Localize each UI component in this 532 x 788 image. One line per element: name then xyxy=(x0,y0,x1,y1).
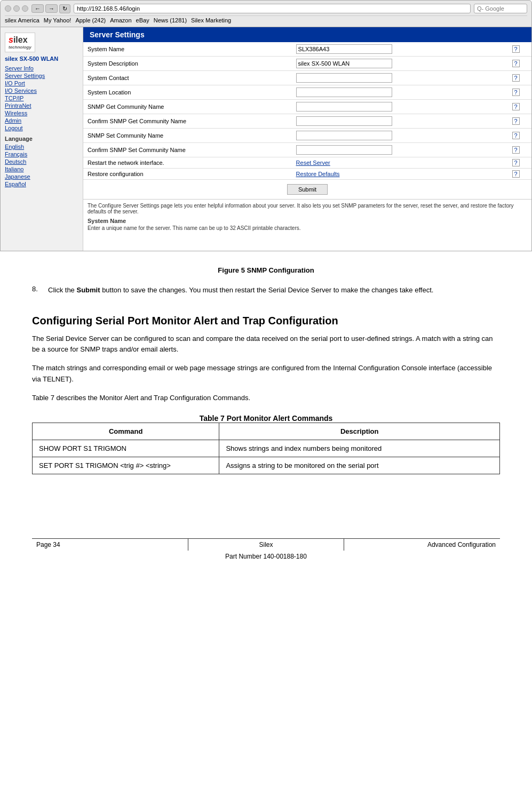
reset-server-link[interactable]: Reset Server xyxy=(296,160,330,166)
close-btn[interactable] xyxy=(5,5,11,12)
submit-button[interactable]: Submit xyxy=(287,184,328,195)
field-label: System Name xyxy=(83,42,292,57)
step-text: Click the Submit button to save the chan… xyxy=(48,285,433,296)
table-row: SHOW PORT S1 TRIGMON Shows strings and i… xyxy=(33,440,500,457)
info-field-title: System Name xyxy=(88,218,527,224)
description-cell-2: Assigns a string to be monitored on the … xyxy=(219,457,500,474)
field-input-cell xyxy=(292,71,501,85)
system-contact-input[interactable] xyxy=(296,73,392,83)
help-link-3[interactable]: ? xyxy=(512,89,520,96)
page-footer: Page 34 Silex Advanced Configuration xyxy=(32,538,500,551)
bookmark-silex-marketing[interactable]: Silex Marketing xyxy=(191,17,231,23)
table-row: Confirm SNMP Set Community Name ? xyxy=(83,143,531,157)
help-cell: ? xyxy=(500,42,531,57)
address-bar[interactable] xyxy=(74,4,471,13)
browser-window-controls xyxy=(5,5,28,12)
info-main-text: The Configure Server Settings page lets … xyxy=(88,203,527,214)
section-heading: Configuring Serial Port Monitor Alert an… xyxy=(32,315,500,327)
help-link-1[interactable]: ? xyxy=(512,60,520,67)
col-header-description: Description xyxy=(219,423,500,440)
field-input-cell xyxy=(292,42,501,57)
sidebar-link-server-settings[interactable]: Server Settings xyxy=(5,73,78,79)
col-header-command: Command xyxy=(33,423,219,440)
logo-s-letter: s xyxy=(9,35,13,44)
sidebar-logo: silex technology xyxy=(5,33,78,52)
sidebar-lang-deutsch[interactable]: Deutsch xyxy=(5,158,78,165)
sidebar-link-admin[interactable]: Admin xyxy=(5,117,78,124)
system-location-input[interactable] xyxy=(296,87,392,97)
sidebar-link-io-port[interactable]: I/O Port xyxy=(5,80,78,86)
sidebar-link-io-services[interactable]: I/O Services xyxy=(5,87,78,94)
maximize-btn[interactable] xyxy=(22,5,28,12)
search-bar[interactable] xyxy=(474,4,527,13)
help-link-5[interactable]: ? xyxy=(512,117,520,125)
bookmark-amazon[interactable]: Amazon xyxy=(110,17,131,23)
system-name-input[interactable] xyxy=(296,44,392,54)
snmp-set-community-input[interactable] xyxy=(296,131,392,140)
command-cell-1: SHOW PORT S1 TRIGMON xyxy=(33,440,219,457)
confirm-snmp-set-community-input[interactable] xyxy=(296,145,392,155)
help-cell: ? xyxy=(500,100,531,114)
help-link-4[interactable]: ? xyxy=(512,103,520,110)
paragraph-1: The Serial Device Server can be configur… xyxy=(32,333,500,356)
main-content-panel: Server Settings System Name ? System Des… xyxy=(83,27,531,251)
help-cell: ? xyxy=(500,57,531,71)
bookmark-myyahoo[interactable]: My Yahoo! xyxy=(44,17,72,23)
field-label: Restart the network interface. xyxy=(83,157,292,169)
settings-table: System Name ? System Description ? S xyxy=(83,42,531,180)
refresh-button[interactable]: ↻ xyxy=(59,4,70,13)
field-input-cell xyxy=(292,143,501,157)
sidebar-lang-espanol[interactable]: Español xyxy=(5,181,78,187)
port-monitor-table: Command Description SHOW PORT S1 TRIGMON… xyxy=(32,423,500,474)
footer-left: Page 34 xyxy=(32,539,188,551)
sidebar-link-printranet[interactable]: PrintraNet xyxy=(5,102,78,109)
table-row: System Description ? xyxy=(83,57,531,71)
sidebar-lang-japanese[interactable]: Japanese xyxy=(5,173,78,180)
restore-defaults-link[interactable]: Restore Defaults xyxy=(296,171,340,177)
sidebar-link-server-info[interactable]: Server Info xyxy=(5,65,78,71)
table-row: Restore configuration Restore Defaults ? xyxy=(83,169,531,180)
sidebar-link-tcpip[interactable]: TCP/IP xyxy=(5,95,78,101)
minimize-btn[interactable] xyxy=(13,5,20,12)
field-label: Confirm SNMP Get Community Name xyxy=(83,114,292,129)
field-label: SNMP Set Community Name xyxy=(83,129,292,143)
command-cell-2: SET PORT S1 TRIGMON <trig #> <string> xyxy=(33,457,219,474)
help-cell: ? xyxy=(500,157,531,169)
help-link-0[interactable]: ? xyxy=(512,45,520,53)
bookmark-ebay[interactable]: eBay xyxy=(136,17,149,23)
table-row: SNMP Get Community Name ? xyxy=(83,100,531,114)
forward-button[interactable]: → xyxy=(45,4,58,13)
field-action-cell: Reset Server xyxy=(292,157,501,169)
help-link-7[interactable]: ? xyxy=(512,146,520,154)
help-link-2[interactable]: ? xyxy=(512,74,520,82)
help-link-9[interactable]: ? xyxy=(512,170,520,178)
part-number: Part Number 140-00188-180 xyxy=(32,553,500,560)
field-label: Restore configuration xyxy=(83,169,292,180)
sidebar-language-label: Language xyxy=(5,136,78,142)
bookmark-silex-america[interactable]: silex America xyxy=(5,17,39,23)
field-action-cell: Restore Defaults xyxy=(292,169,501,180)
help-link-8[interactable]: ? xyxy=(512,159,520,166)
step-number: 8. xyxy=(32,285,48,304)
sidebar-link-logout[interactable]: Logout xyxy=(5,125,78,131)
back-button[interactable]: ← xyxy=(31,4,44,13)
paragraph-3: Table 7 describes the Monitor Alert and … xyxy=(32,393,500,404)
info-box: The Configure Server Settings page lets … xyxy=(83,199,531,234)
sidebar: silex technology silex SX-500 WLAN Serve… xyxy=(1,27,83,251)
bookmark-news[interactable]: News (1281) xyxy=(154,17,187,23)
system-description-input[interactable] xyxy=(296,59,392,68)
bookmark-apple[interactable]: Apple (242) xyxy=(75,17,106,23)
browser-content: silex technology silex SX-500 WLAN Serve… xyxy=(0,27,532,251)
table-caption: Table 7 Port Monitor Alert Commands xyxy=(32,414,500,423)
description-cell-1: Shows strings and index numbers being mo… xyxy=(219,440,500,457)
confirm-snmp-get-community-input[interactable] xyxy=(296,116,392,126)
sidebar-lang-francais[interactable]: Français xyxy=(5,151,78,157)
figure-caption: Figure 5 SNMP Configuration xyxy=(32,266,500,274)
snmp-get-community-input[interactable] xyxy=(296,102,392,112)
sidebar-lang-italiano[interactable]: Italiano xyxy=(5,166,78,172)
help-cell: ? xyxy=(500,71,531,85)
help-link-6[interactable]: ? xyxy=(512,132,520,139)
sidebar-lang-english[interactable]: English xyxy=(5,144,78,150)
sidebar-link-wireless[interactable]: Wireless xyxy=(5,110,78,116)
field-label: System Contact xyxy=(83,71,292,85)
